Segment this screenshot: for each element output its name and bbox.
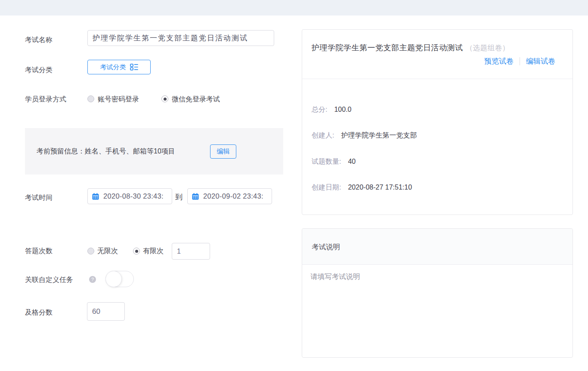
exam-instructions-card: 考试说明 请填写考试说明 [302, 228, 573, 358]
create-date-value: 2020-08-27 17:51:10 [348, 184, 412, 191]
creator-value: 护理学院学生第一党支部 [341, 131, 417, 140]
start-time-value: 2020-08-30 23:43: [103, 192, 164, 200]
create-date-row: 创建日期: 2020-08-27 17:51:10 [312, 183, 412, 192]
pass-score-input[interactable] [87, 302, 125, 321]
exam-settings-page: 考试名称 考试分类 考试分类 学员登录方式 账号密码登录 微信免登录考试 考前预… [0, 0, 588, 371]
top-bar [0, 0, 588, 15]
calendar-icon [92, 193, 99, 200]
radio-account-login-label[interactable]: 账号密码登录 [98, 95, 139, 104]
total-score-row: 总分: 100.0 [312, 105, 352, 114]
time-range-separator: 到 [175, 192, 183, 202]
exam-name-label: 考试名称 [25, 36, 53, 45]
radio-unlimited-label[interactable]: 无限次 [97, 247, 118, 256]
total-score-label: 总分: [312, 105, 327, 114]
edit-info-button[interactable]: 编辑 [210, 144, 236, 159]
instructions-placeholder: 请填写考试说明 [310, 272, 360, 282]
exam-category-label: 考试分类 [25, 66, 53, 75]
creator-label: 创建人: [312, 131, 334, 140]
exam-category-button-label: 考试分类 [100, 63, 126, 71]
paper-type-badge: （选题组卷） [466, 44, 510, 52]
radio-account-login[interactable] [87, 95, 94, 102]
pre-exam-info-panel: 考前预留信息：姓名、手机号、邮箱等10项目 编辑 [25, 128, 283, 175]
radio-unlimited[interactable] [87, 248, 94, 254]
pre-exam-info-text: 考前预留信息：姓名、手机号、邮箱等10项目 [37, 147, 175, 156]
pass-score-label: 及格分数 [25, 308, 53, 317]
toggle-knob [105, 271, 122, 287]
edit-paper-link[interactable]: 编辑试卷 [526, 56, 555, 66]
question-count-row: 试题数量: 40 [312, 157, 356, 166]
radio-wechat-login[interactable] [161, 95, 168, 102]
total-score-value: 100.0 [334, 106, 351, 113]
custom-task-label: 关联自定义任务 [25, 276, 73, 285]
paper-title: 护理学院学生第一党支部主题党日活动测试 [312, 43, 463, 52]
attempts-label: 答题次数 [25, 247, 53, 256]
end-time-value: 2020-09-02 23:43: [203, 192, 263, 200]
help-icon[interactable]: ? [89, 276, 96, 283]
creator-row: 创建人: 护理学院学生第一党支部 [312, 131, 417, 140]
question-count-label: 试题数量: [312, 157, 341, 166]
exam-name-input[interactable] [87, 30, 274, 46]
create-date-label: 创建日期: [312, 183, 341, 192]
radio-limited-label[interactable]: 有限次 [143, 247, 164, 256]
login-method-label: 学员登录方式 [25, 95, 66, 104]
question-count-value: 40 [348, 158, 356, 166]
preview-paper-link[interactable]: 预览试卷 [484, 56, 514, 66]
exam-category-button[interactable]: 考试分类 [87, 60, 151, 74]
paper-card-header: 护理学院学生第一党支部主题党日活动测试（选题组卷） 预览试卷 编辑试卷 [302, 30, 573, 79]
radio-limited[interactable] [133, 248, 140, 254]
paper-summary-card: 护理学院学生第一党支部主题党日活动测试（选题组卷） 预览试卷 编辑试卷 总分: … [302, 29, 573, 215]
exam-time-label: 考试时间 [25, 193, 53, 202]
instructions-editor[interactable]: 请填写考试说明 [302, 265, 573, 358]
instructions-header: 考试说明 [302, 229, 573, 265]
link-divider [520, 57, 520, 65]
instructions-header-title: 考试说明 [312, 229, 340, 265]
attempts-count-input[interactable] [172, 243, 210, 260]
calendar-icon [192, 193, 199, 200]
category-list-icon [130, 64, 138, 71]
end-time-input[interactable]: 2020-09-02 23:43: [187, 188, 272, 204]
custom-task-toggle[interactable] [105, 271, 134, 287]
start-time-input[interactable]: 2020-08-30 23:43: [87, 188, 172, 204]
radio-wechat-login-label[interactable]: 微信免登录考试 [172, 95, 220, 104]
